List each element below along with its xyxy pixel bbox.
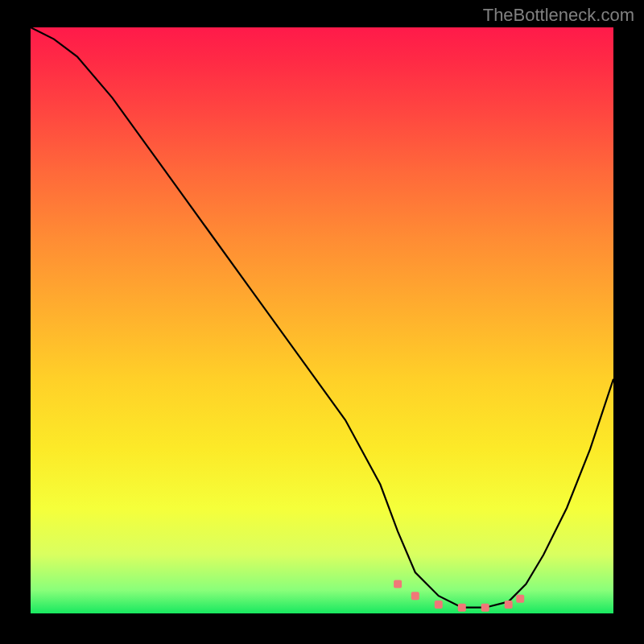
plot-area	[31, 27, 613, 613]
marker-point	[481, 604, 489, 612]
main-curve	[31, 27, 613, 608]
marker-point	[394, 580, 402, 588]
marker-point	[435, 601, 443, 609]
marker-point	[505, 601, 513, 609]
marker-point	[516, 595, 524, 603]
marker-point	[411, 592, 419, 600]
chart-svg	[31, 27, 613, 613]
flat-markers	[394, 580, 524, 612]
marker-point	[458, 604, 466, 612]
watermark-text: TheBottleneck.com	[483, 5, 634, 26]
